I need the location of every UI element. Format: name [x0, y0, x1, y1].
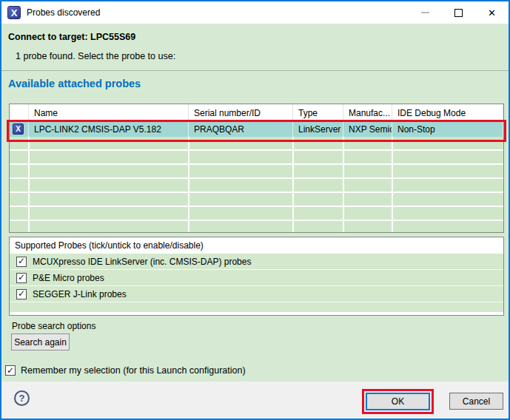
supported-probes-section: Supported Probes (tick/untick to enable/… [9, 237, 504, 316]
column-header-manufacturer[interactable]: Manufac... [343, 104, 392, 121]
checkbox-checked-icon[interactable] [16, 273, 27, 283]
remember-selection-option[interactable]: Remember my selection (for this Launch c… [5, 365, 246, 376]
maximize-button[interactable] [442, 1, 475, 24]
probe-type-cell: LinkServer [293, 121, 343, 137]
row-icon-cell: X [10, 121, 29, 137]
probes-table: Name Serial number/ID Type Manufac... ID… [9, 104, 504, 233]
probe-debug-mode-cell: Non-Stop [392, 121, 503, 137]
column-header-name[interactable]: Name [29, 104, 189, 121]
minimize-icon [421, 12, 429, 13]
dialog-footer: ? OK Cancel [1, 382, 509, 419]
grid-divider [343, 137, 344, 232]
grid-divider [28, 137, 30, 232]
ok-button-highlight-annotation: OK [362, 389, 434, 414]
supported-probe-item-pemicro[interactable]: P&E Micro probes [10, 270, 503, 286]
mcuxpresso-x-icon: X [7, 6, 21, 19]
probe-search-options-label: Probe search options [12, 321, 95, 331]
probes-discovered-dialog: X Probes discovered ✕ Connect to target:… [0, 0, 510, 420]
mcuxpresso-x-icon: X [13, 123, 24, 135]
table-header-row: Name Serial number/ID Type Manufac... ID… [10, 104, 503, 121]
column-header-type[interactable]: Type [293, 104, 343, 121]
grid-divider [188, 137, 189, 232]
supported-probe-label: SEGGER J-Link probes [33, 289, 127, 299]
supported-probes-footer-strip [10, 312, 503, 315]
grid-divider [292, 137, 294, 232]
connect-target-label: Connect to target: LPC55S69 [8, 32, 135, 42]
column-header-serial[interactable]: Serial number/ID [189, 104, 293, 121]
title-bar: X Probes discovered ✕ [1, 1, 509, 24]
probe-found-label: 1 probe found. Select the probe to use: [16, 51, 175, 61]
header-separator [1, 70, 509, 71]
empty-table-rows [10, 137, 503, 232]
supported-probe-label: MCUXpresso IDE LinkServer (inc. CMSIS-DA… [33, 257, 251, 267]
search-again-button[interactable]: Search again [11, 333, 70, 350]
table-row-probe-selected[interactable]: X LPC-LINK2 CMSIS-DAP V5.182 PRAQBQAR Li… [10, 121, 503, 137]
window-controls: ✕ [409, 1, 509, 24]
supported-probe-item-linkserver[interactable]: MCUXpresso IDE LinkServer (inc. CMSIS-DA… [10, 254, 503, 270]
available-probes-heading: Available attached probes [8, 78, 141, 89]
remember-selection-label: Remember my selection (for this Launch c… [21, 365, 246, 376]
checkbox-checked-icon[interactable] [16, 289, 27, 299]
column-header-ide-debug-mode[interactable]: IDE Debug Mode [392, 104, 503, 121]
supported-probes-heading: Supported Probes (tick/untick to enable/… [10, 237, 503, 254]
minimize-button[interactable] [409, 1, 442, 24]
column-header-icon[interactable] [10, 104, 29, 121]
supported-probe-item-segger[interactable]: SEGGER J-Link probes [10, 286, 503, 302]
supported-probe-label: P&E Micro probes [33, 273, 104, 283]
probe-name-cell: LPC-LINK2 CMSIS-DAP V5.182 [29, 121, 189, 137]
probe-manufacturer-cell: NXP Semico [343, 121, 392, 137]
help-button[interactable]: ? [14, 390, 30, 406]
checkbox-checked-icon[interactable] [16, 257, 27, 267]
cancel-button[interactable]: Cancel [449, 393, 503, 410]
ok-button[interactable]: OK [366, 393, 430, 410]
close-icon: ✕ [488, 8, 496, 18]
window-title: Probes discovered [27, 7, 100, 18]
grid-divider [392, 137, 393, 232]
probe-serial-cell: PRAQBQAR [189, 121, 293, 137]
checkbox-checked-icon[interactable] [5, 365, 16, 376]
maximize-icon [454, 9, 463, 17]
close-button[interactable]: ✕ [475, 1, 509, 24]
